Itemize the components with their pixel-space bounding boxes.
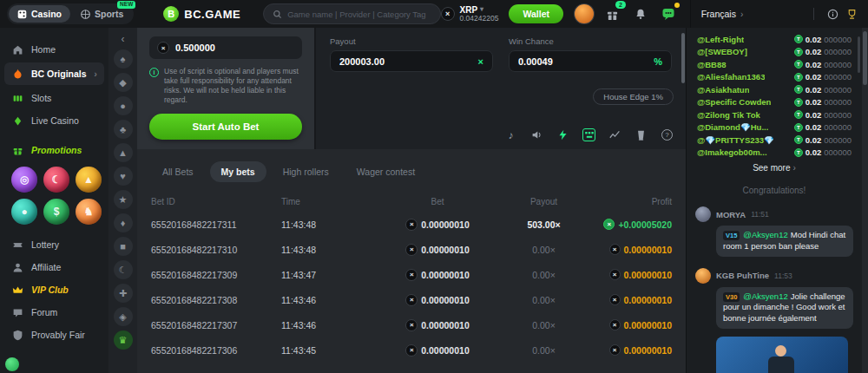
help-button[interactable]: ? [661,128,674,141]
game-shortcut[interactable]: ★ [114,190,133,209]
win-chance-field[interactable]: % [509,50,672,72]
chevron-right-icon: › [793,163,796,173]
game-shortcut[interactable]: ◈ [114,307,133,326]
game-shortcut[interactable]: ☾ [114,260,133,279]
tip-row[interactable]: @AsiakhatunT0.02000000 [697,83,852,96]
game-shortcut[interactable]: ♠ [114,49,133,69]
sidebar-label: BC Originals [31,69,87,79]
promo-icon-mascot[interactable]: ♞ [76,199,102,225]
tip-row[interactable]: @Imakegob00m...T0.02000000 [697,147,852,160]
tab-my-bets[interactable]: My bets [210,161,266,182]
sidebar-item-vip-club[interactable]: VIP Club [0,278,108,301]
table-row[interactable]: 65520168482217307 11:43:46 ×0.00000010 0… [151,312,672,337]
tip-row[interactable]: @Left-RightT0.02000000 [697,33,852,46]
game-shortcut[interactable]: ♥ [114,167,133,186]
collapse-rail-icon[interactable]: ‹ [122,33,125,45]
promo-icon-ball[interactable]: ● [11,199,37,225]
bet-amount-field[interactable]: × [149,36,302,59]
sidebar-item-forum[interactable]: Forum [0,301,108,324]
wallet-button[interactable]: Wallet [509,4,563,23]
table-row[interactable]: 65520168482217308 11:43:46 ×0.00000010 0… [151,287,672,312]
game-shortcut[interactable]: ✚ [114,284,133,303]
balance-display[interactable]: × XRP ▾ 0.04242205 [441,5,499,23]
game-view: Payout × Win Chance % House [316,28,686,149]
xrp-coin-icon: × [609,294,621,305]
page-scrollbar[interactable] [862,28,868,373]
bet-amount-input[interactable] [175,43,294,53]
payout-input[interactable] [339,56,478,67]
dice-icon [17,10,27,19]
bet-controls: × i Use of script is optional and player… [137,28,316,149]
tab-wager-contest[interactable]: Wager contest [345,161,426,182]
support-chat-button[interactable] [5,357,19,371]
main-scrollbar[interactable] [681,33,685,83]
promo-icon-wheel[interactable]: ◎ [11,167,37,193]
tip-row[interactable]: @Zilong Tik TokT0.02000000 [697,108,852,121]
xrp-coin-icon: × [157,42,169,54]
sidebar-item-home[interactable]: Home [0,38,108,61]
sidebar-item-bc-originals[interactable]: BC Originals › [4,62,104,85]
chat-message[interactable]: KGB PuhTine 11:53 V30@Aksyen12Jolie chal… [695,268,853,329]
seed-cup-button[interactable] [635,128,648,141]
chat-toggle-button[interactable] [659,4,678,23]
sidebar-item-lottery[interactable]: Lottery [0,233,108,256]
search-input[interactable] [287,10,431,19]
chat-image[interactable]: Let's screw ... up 🔥 [716,337,848,373]
see-more-link[interactable]: See more› [687,163,862,173]
music-button[interactable]: ♪ [504,128,517,141]
bell-button[interactable] [631,4,650,23]
table-row[interactable]: 65520168482217309 11:43:47 ×0.00000010 0… [151,262,672,287]
mention-link[interactable]: @Aksyen12 [743,291,787,301]
tip-row[interactable]: @Diamond💎Hu...T0.02000000 [697,121,852,134]
sidebar-item-provably-fair[interactable]: Provably Fair [0,324,108,346]
game-shortcut[interactable]: ▲ [114,143,133,162]
bet-payout: 503.00× [498,219,589,230]
info-button[interactable] [825,6,840,22]
tip-row[interactable]: @[SWEBOY]T0.02000000 [697,46,852,59]
tab-all-bets[interactable]: All Bets [151,161,205,182]
game-shortcut[interactable]: ♦ [114,213,133,232]
sidebar-item-slots[interactable]: Slots [0,87,108,109]
sports-tab[interactable]: Sports NEW [72,5,132,23]
game-shortcut[interactable]: ● [114,96,133,115]
tip-row[interactable]: @BB88T0.02000000 [697,58,852,71]
mention-link[interactable]: @Aksyen12 [743,230,787,239]
table-row[interactable]: 65520168482217310 11:43:48 ×0.00000010 0… [151,237,672,262]
casino-tab[interactable]: Casino [9,5,70,23]
tip-row[interactable]: @Specific CowdenT0.02000000 [697,96,852,109]
promo-icon-cheese[interactable]: ▲ [76,167,102,193]
sidebar-item-live-casino[interactable]: Live Casino [0,109,108,132]
hotkeys-button[interactable] [582,128,595,141]
win-chance-input[interactable] [518,56,654,67]
col-bet-id: Bet ID [151,197,281,206]
chat-message[interactable]: MORYA 11:51 V15@Aksyen12Mod Hindi chat r… [695,206,853,257]
tab-high-rollers[interactable]: High rollers [272,161,340,182]
avatar [695,206,711,222]
tip-row[interactable]: @Aliesfahan1363T0.02000000 [697,71,852,84]
sidebar-item-affiliate[interactable]: Affiliate [0,256,108,278]
turbo-button[interactable] [556,128,569,141]
bet-id: 65520168482217307 [151,320,281,330]
language-selector[interactable]: Français › [701,9,744,19]
trends-button[interactable] [608,128,621,141]
game-shortcut[interactable]: ♛ [114,330,133,350]
promo-icon-moon[interactable]: ☾ [43,167,69,193]
tip-row[interactable]: @💎PRITTYS233💎T0.02000000 [697,134,852,147]
sidebar-label: Home [31,44,56,55]
user-avatar[interactable] [574,3,595,24]
table-row[interactable]: 65520168482217306 11:43:45 ×0.00000010 0… [151,337,672,363]
trophy-button[interactable] [844,6,859,22]
game-shortcut[interactable]: ♣ [114,120,133,139]
game-shortcut[interactable]: ■ [114,237,133,256]
game-shortcut[interactable]: ◆ [114,73,133,92]
sidebar-item-promotions[interactable]: Promotions [0,139,108,161]
chat-scrollbar[interactable] [858,36,860,73]
payout-field[interactable]: × [330,50,493,72]
search-bar[interactable] [263,3,440,24]
sound-button[interactable] [530,128,543,141]
table-row[interactable]: 65520168482217311 11:43:48 ×0.00000010 5… [151,212,672,237]
gift-button[interactable]: 2 [603,4,622,23]
bcgame-logo[interactable]: B BC.GAME [163,6,240,22]
start-auto-bet-button[interactable]: Start Auto Bet [149,114,302,140]
promo-icon-moneybag[interactable]: $ [43,199,69,225]
